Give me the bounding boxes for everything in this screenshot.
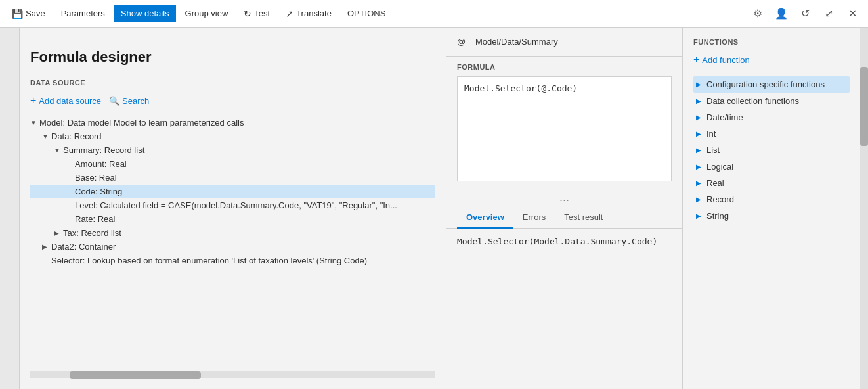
function-chevron: ▶ (696, 147, 706, 154)
function-label: Logical (706, 162, 733, 172)
formula-path-text: @ = Model/Data/Summary (457, 37, 558, 47)
function-label: String (706, 211, 729, 221)
popout-icon-btn[interactable]: ⤢ (818, 3, 839, 24)
functions-list: ▶ Configuration specific functions ▶ Dat… (693, 76, 850, 224)
translate-button[interactable]: ↗ Translate (279, 5, 338, 23)
formula-panel: @ = Model/Data/Summary FORMULA Model.Sel… (446, 28, 683, 389)
tree-item-amount[interactable]: Amount: Real (30, 157, 435, 171)
tree-item-label: Tax: Record list (63, 228, 121, 238)
function-chevron: ▶ (696, 212, 706, 219)
tab-overview[interactable]: Overview (457, 207, 513, 229)
tree-item-level[interactable]: Level: Calculated field = CASE(model.Dat… (30, 198, 435, 212)
function-item-int[interactable]: ▶ Int (693, 126, 850, 142)
horizontal-scrollbar[interactable] (30, 371, 435, 378)
left-nav-strip (0, 28, 20, 389)
parameters-button[interactable]: Parameters (54, 5, 112, 22)
tree-item-label: Rate: Real (75, 214, 115, 224)
tree-item-label: Data: Record (51, 131, 102, 141)
function-item-datacoll[interactable]: ▶ Data collection functions (693, 93, 850, 109)
functions-panel: FUNCTIONS + Add function ▶ Configuration… (683, 28, 860, 389)
function-label: List (706, 145, 720, 155)
tree-item-base[interactable]: Base: Real (30, 171, 435, 185)
window-controls: ⚙ 👤 ↺ ⤢ ✕ (747, 3, 863, 24)
title-bar: 💾 Save Parameters Show details Group vie… (0, 0, 868, 28)
formula-result: Model.Selector(Model.Data.Summary.Code) (446, 229, 682, 389)
function-item-datetime[interactable]: ▶ Date/time (693, 109, 850, 126)
function-label: Real (706, 178, 724, 188)
test-button[interactable]: ↻ Test (237, 5, 276, 23)
function-chevron: ▶ (696, 130, 706, 137)
account-icon-btn[interactable]: 👤 (771, 3, 792, 24)
add-datasource-button[interactable]: + Add data source (30, 93, 101, 108)
options-button[interactable]: OPTIONS (341, 5, 393, 22)
tree-item-code[interactable]: Code: String (30, 185, 435, 198)
function-item-config[interactable]: ▶ Configuration specific functions (693, 76, 850, 93)
tab-test_result[interactable]: Test result (555, 207, 612, 229)
tree-chevron: ▶ (54, 229, 63, 237)
group-view-button[interactable]: Group view (179, 5, 235, 22)
function-chevron: ▶ (696, 196, 706, 203)
function-chevron: ▶ (696, 114, 706, 121)
tree-chevron: ▶ (42, 243, 51, 250)
function-label: Date/time (706, 112, 743, 122)
plus-icon: + (30, 95, 36, 106)
function-item-logical[interactable]: ▶ Logical (693, 158, 850, 175)
function-chevron: ▶ (696, 97, 706, 104)
datasource-tree: ▼ Model: Data model Model to learn param… (30, 116, 435, 371)
tree-item-label: Level: Calculated field = CASE(model.Dat… (75, 200, 397, 210)
tree-chevron: ▼ (42, 133, 51, 140)
settings-icon-btn[interactable]: ⚙ (747, 3, 768, 24)
show-details-button[interactable]: Show details (114, 5, 176, 22)
tree-item-tax[interactable]: ▶ Tax: Record list (30, 226, 435, 240)
scroll-thumb[interactable] (70, 371, 201, 379)
formula-more: ... (446, 188, 682, 207)
translate-icon: ↗ (286, 9, 293, 19)
save-icon: 💾 (12, 9, 23, 19)
tree-item-summary[interactable]: ▼ Summary: Record list (30, 143, 435, 157)
vertical-scrollbar[interactable] (860, 28, 868, 389)
formula-section-title: FORMULA (457, 63, 672, 71)
tree-item-label: Model: Data model Model to learn paramet… (39, 118, 244, 127)
add-function-button[interactable]: + Add function (693, 53, 750, 67)
search-button[interactable]: 🔍 Search (109, 95, 149, 107)
page-title: Formula designer (30, 49, 435, 66)
close-button[interactable]: ✕ (842, 3, 863, 24)
function-item-list[interactable]: ▶ List (693, 142, 850, 158)
datasource-section-title: DATA SOURCE (30, 79, 435, 87)
tree-chevron: ▼ (30, 119, 39, 126)
tree-item-selector[interactable]: Selector: Lookup based on format enumera… (30, 254, 435, 267)
main-content: Formula designer DATA SOURCE + Add data … (0, 28, 868, 389)
tree-item-label: Base: Real (75, 173, 117, 183)
function-label: Data collection functions (706, 96, 799, 106)
tree-chevron: ▼ (54, 147, 63, 154)
datasource-actions: + Add data source 🔍 Search (30, 93, 435, 108)
function-item-real[interactable]: ▶ Real (693, 175, 850, 191)
v-scroll-thumb[interactable] (860, 67, 868, 146)
save-button[interactable]: 💾 Save (5, 5, 52, 23)
tree-item-label: Amount: Real (75, 159, 127, 169)
function-chevron: ▶ (696, 81, 706, 88)
tree-item-model[interactable]: ▼ Model: Data model Model to learn param… (30, 116, 435, 129)
datasource-panel: Formula designer DATA SOURCE + Add data … (20, 28, 446, 389)
function-label: Record (706, 194, 734, 204)
formula-tabs: OverviewErrorsTest result (446, 207, 682, 229)
function-label: Configuration specific functions (706, 80, 825, 89)
function-item-string[interactable]: ▶ String (693, 208, 850, 224)
function-chevron: ▶ (696, 179, 706, 187)
tree-item-data2[interactable]: ▶ Data2: Container (30, 240, 435, 254)
function-item-record[interactable]: ▶ Record (693, 191, 850, 208)
tree-item-label: Selector: Lookup based on format enumera… (51, 256, 367, 265)
tree-item-rate[interactable]: Rate: Real (30, 212, 435, 226)
formula-editor[interactable]: Model.Selector(@.Code) (457, 76, 672, 181)
tree-item-label: Summary: Record list (63, 145, 144, 155)
tab-errors[interactable]: Errors (513, 207, 555, 229)
tree-item-data[interactable]: ▼ Data: Record (30, 129, 435, 143)
function-label: Int (706, 129, 716, 139)
functions-section-title: FUNCTIONS (693, 38, 850, 46)
formula-expression: Model.Selector(@.Code) (464, 83, 577, 93)
tree-item-label: Data2: Container (51, 242, 116, 252)
function-chevron: ▶ (696, 163, 706, 170)
search-icon: 🔍 (109, 96, 119, 106)
refresh-icon: ↻ (244, 9, 251, 19)
refresh-icon-btn[interactable]: ↺ (794, 3, 815, 24)
